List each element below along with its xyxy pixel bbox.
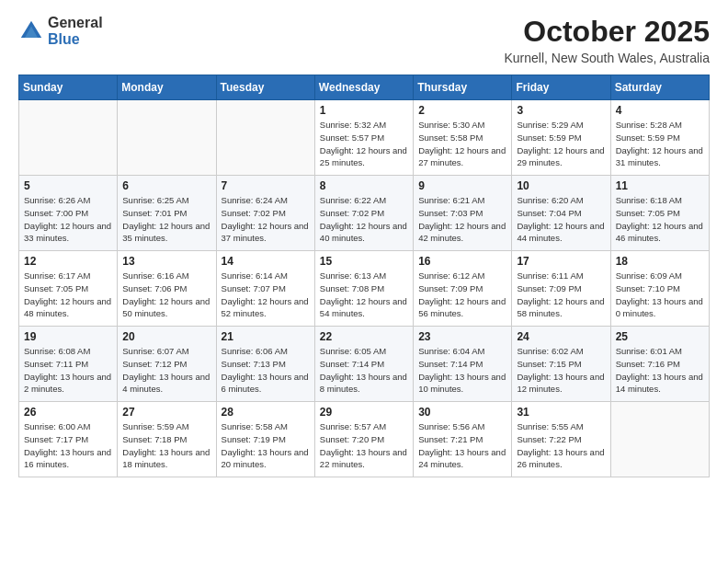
calendar-body: 1Sunrise: 5:32 AM Sunset: 5:57 PM Daylig…	[19, 100, 710, 477]
day-number: 27	[122, 406, 210, 419]
day-info: Sunrise: 6:00 AM Sunset: 7:17 PM Dayligh…	[24, 420, 112, 471]
day-cell: 21Sunrise: 6:06 AM Sunset: 7:13 PM Dayli…	[216, 327, 314, 402]
day-cell: 30Sunrise: 5:56 AM Sunset: 7:21 PM Dayli…	[414, 402, 512, 477]
day-info: Sunrise: 5:57 AM Sunset: 7:20 PM Dayligh…	[320, 420, 408, 471]
day-cell: 26Sunrise: 6:00 AM Sunset: 7:17 PM Dayli…	[19, 402, 118, 477]
logo: General Blue	[18, 15, 103, 47]
week-row-4: 19Sunrise: 6:08 AM Sunset: 7:11 PM Dayli…	[19, 327, 710, 402]
day-cell: 7Sunrise: 6:24 AM Sunset: 7:02 PM Daylig…	[216, 176, 314, 251]
weekday-header-friday: Friday	[512, 75, 610, 100]
day-info: Sunrise: 6:05 AM Sunset: 7:14 PM Dayligh…	[320, 345, 408, 396]
day-number: 4	[616, 104, 704, 117]
calendar-header: SundayMondayTuesdayWednesdayThursdayFrid…	[19, 75, 710, 100]
day-cell: 29Sunrise: 5:57 AM Sunset: 7:20 PM Dayli…	[314, 402, 413, 477]
day-number: 12	[24, 255, 112, 268]
weekday-header-sunday: Sunday	[19, 75, 118, 100]
day-info: Sunrise: 6:07 AM Sunset: 7:12 PM Dayligh…	[122, 345, 210, 396]
day-info: Sunrise: 6:02 AM Sunset: 7:15 PM Dayligh…	[517, 345, 605, 396]
day-info: Sunrise: 6:25 AM Sunset: 7:01 PM Dayligh…	[122, 194, 210, 245]
day-info: Sunrise: 6:17 AM Sunset: 7:05 PM Dayligh…	[24, 270, 112, 320]
day-info: Sunrise: 5:58 AM Sunset: 7:19 PM Dayligh…	[222, 420, 310, 471]
day-cell: 13Sunrise: 6:16 AM Sunset: 7:06 PM Dayli…	[118, 251, 216, 327]
day-info: Sunrise: 5:30 AM Sunset: 5:58 PM Dayligh…	[418, 119, 506, 169]
day-cell: 11Sunrise: 6:18 AM Sunset: 7:05 PM Dayli…	[610, 176, 709, 251]
location: Kurnell, New South Wales, Australia	[504, 51, 710, 65]
logo-text: General Blue	[48, 15, 103, 47]
day-cell: 14Sunrise: 6:14 AM Sunset: 7:07 PM Dayli…	[216, 251, 314, 327]
day-info: Sunrise: 6:22 AM Sunset: 7:02 PM Dayligh…	[320, 194, 408, 245]
day-info: Sunrise: 5:28 AM Sunset: 5:59 PM Dayligh…	[616, 119, 704, 169]
day-cell: 31Sunrise: 5:55 AM Sunset: 7:22 PM Dayli…	[512, 402, 610, 477]
weekday-header-saturday: Saturday	[610, 75, 709, 100]
title-block: October 2025 Kurnell, New South Wales, A…	[504, 15, 710, 65]
day-cell: 18Sunrise: 6:09 AM Sunset: 7:10 PM Dayli…	[610, 251, 709, 327]
week-row-1: 1Sunrise: 5:32 AM Sunset: 5:57 PM Daylig…	[19, 100, 710, 176]
day-info: Sunrise: 6:08 AM Sunset: 7:11 PM Dayligh…	[24, 345, 112, 396]
day-cell: 12Sunrise: 6:17 AM Sunset: 7:05 PM Dayli…	[19, 251, 118, 327]
page: General Blue October 2025 Kurnell, New S…	[0, 0, 728, 563]
calendar: SundayMondayTuesdayWednesdayThursdayFrid…	[18, 75, 710, 477]
day-number: 6	[122, 179, 210, 192]
day-cell: 3Sunrise: 5:29 AM Sunset: 5:59 PM Daylig…	[512, 100, 610, 176]
day-number: 18	[616, 255, 704, 268]
weekday-header-thursday: Thursday	[414, 75, 512, 100]
day-number: 17	[517, 255, 605, 268]
day-cell: 2Sunrise: 5:30 AM Sunset: 5:58 PM Daylig…	[414, 100, 512, 176]
day-number: 30	[418, 406, 506, 419]
day-cell: 15Sunrise: 6:13 AM Sunset: 7:08 PM Dayli…	[314, 251, 413, 327]
day-info: Sunrise: 6:14 AM Sunset: 7:07 PM Dayligh…	[222, 270, 310, 320]
day-number: 19	[24, 330, 112, 343]
day-info: Sunrise: 5:55 AM Sunset: 7:22 PM Dayligh…	[517, 420, 605, 471]
day-info: Sunrise: 6:01 AM Sunset: 7:16 PM Dayligh…	[616, 345, 704, 396]
day-number: 15	[320, 255, 408, 268]
day-cell: 17Sunrise: 6:11 AM Sunset: 7:09 PM Dayli…	[512, 251, 610, 327]
logo-general: General	[48, 15, 103, 31]
day-info: Sunrise: 6:21 AM Sunset: 7:03 PM Dayligh…	[418, 194, 506, 245]
day-cell: 19Sunrise: 6:08 AM Sunset: 7:11 PM Dayli…	[19, 327, 118, 402]
day-cell: 9Sunrise: 6:21 AM Sunset: 7:03 PM Daylig…	[414, 176, 512, 251]
day-number: 29	[320, 406, 408, 419]
day-cell: 10Sunrise: 6:20 AM Sunset: 7:04 PM Dayli…	[512, 176, 610, 251]
day-cell: 28Sunrise: 5:58 AM Sunset: 7:19 PM Dayli…	[216, 402, 314, 477]
day-cell: 8Sunrise: 6:22 AM Sunset: 7:02 PM Daylig…	[314, 176, 413, 251]
day-number: 26	[24, 406, 112, 419]
day-info: Sunrise: 6:18 AM Sunset: 7:05 PM Dayligh…	[616, 194, 704, 245]
logo-blue: Blue	[48, 31, 103, 48]
day-number: 8	[320, 179, 408, 192]
day-cell	[118, 100, 216, 176]
day-info: Sunrise: 6:04 AM Sunset: 7:14 PM Dayligh…	[418, 345, 506, 396]
day-cell: 1Sunrise: 5:32 AM Sunset: 5:57 PM Daylig…	[314, 100, 413, 176]
week-row-2: 5Sunrise: 6:26 AM Sunset: 7:00 PM Daylig…	[19, 176, 710, 251]
day-cell: 6Sunrise: 6:25 AM Sunset: 7:01 PM Daylig…	[118, 176, 216, 251]
day-number: 16	[418, 255, 506, 268]
day-info: Sunrise: 5:32 AM Sunset: 5:57 PM Dayligh…	[320, 119, 408, 169]
day-number: 20	[122, 330, 210, 343]
day-info: Sunrise: 6:11 AM Sunset: 7:09 PM Dayligh…	[517, 270, 605, 320]
day-cell: 5Sunrise: 6:26 AM Sunset: 7:00 PM Daylig…	[19, 176, 118, 251]
day-number: 3	[517, 104, 605, 117]
day-cell: 23Sunrise: 6:04 AM Sunset: 7:14 PM Dayli…	[414, 327, 512, 402]
day-number: 24	[517, 330, 605, 343]
weekday-row: SundayMondayTuesdayWednesdayThursdayFrid…	[19, 75, 710, 100]
day-info: Sunrise: 5:59 AM Sunset: 7:18 PM Dayligh…	[122, 420, 210, 471]
day-info: Sunrise: 6:13 AM Sunset: 7:08 PM Dayligh…	[320, 270, 408, 320]
day-number: 11	[616, 179, 704, 192]
day-cell: 4Sunrise: 5:28 AM Sunset: 5:59 PM Daylig…	[610, 100, 709, 176]
logo-icon	[18, 18, 44, 44]
day-number: 2	[418, 104, 506, 117]
day-cell	[19, 100, 118, 176]
day-info: Sunrise: 6:26 AM Sunset: 7:00 PM Dayligh…	[24, 194, 112, 245]
day-number: 9	[418, 179, 506, 192]
day-cell: 25Sunrise: 6:01 AM Sunset: 7:16 PM Dayli…	[610, 327, 709, 402]
day-cell	[610, 402, 709, 477]
day-number: 25	[616, 330, 704, 343]
day-number: 22	[320, 330, 408, 343]
day-info: Sunrise: 6:12 AM Sunset: 7:09 PM Dayligh…	[418, 270, 506, 320]
day-number: 21	[222, 330, 310, 343]
day-info: Sunrise: 6:06 AM Sunset: 7:13 PM Dayligh…	[222, 345, 310, 396]
day-info: Sunrise: 6:20 AM Sunset: 7:04 PM Dayligh…	[517, 194, 605, 245]
month-title: October 2025	[504, 15, 710, 49]
day-cell: 24Sunrise: 6:02 AM Sunset: 7:15 PM Dayli…	[512, 327, 610, 402]
day-number: 31	[517, 406, 605, 419]
weekday-header-wednesday: Wednesday	[314, 75, 413, 100]
